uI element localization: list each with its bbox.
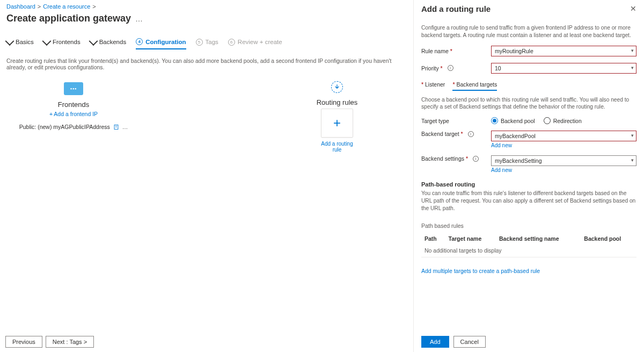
tab-basics[interactable]: Basics xyxy=(6,39,34,48)
backend-settings-label: Backend settings xyxy=(421,155,468,162)
th-target-name: Target name xyxy=(445,233,496,244)
frontend-row-overflow-icon[interactable]: … xyxy=(122,124,128,130)
breadcrumb-create-resource[interactable]: Create a resource xyxy=(43,3,90,10)
backend-settings-select[interactable]: myBackendSetting ▾ xyxy=(491,155,636,166)
page-description: Create routing rules that link your fron… xyxy=(6,58,407,70)
table-row: No additional targets to display xyxy=(421,244,636,257)
step-number-icon: 4 xyxy=(136,38,143,45)
routing-rules-heading: Routing rules xyxy=(317,98,358,106)
path-routing-heading: Path-based routing xyxy=(421,181,636,188)
radio-redirection[interactable]: Redirection xyxy=(544,117,582,124)
add-new-backend-target-link[interactable]: Add new xyxy=(491,142,512,148)
add-routing-rule-link[interactable]: Add a routing rule xyxy=(321,141,353,153)
tab-tags[interactable]: 5 Tags xyxy=(196,39,218,49)
breadcrumb-dashboard[interactable]: Dashboard xyxy=(6,3,35,10)
tab-label: Tags xyxy=(206,39,218,45)
chevron-down-icon: ▾ xyxy=(631,133,634,138)
page-title: Create application gateway xyxy=(6,13,131,24)
priority-label: Priority xyxy=(421,65,443,71)
tab-label: Basics xyxy=(16,39,34,45)
radio-dot-icon xyxy=(491,117,498,124)
plus-icon: + xyxy=(333,117,341,130)
backend-settings-value: myBackendSetting xyxy=(495,157,542,164)
edit-frontend-icon[interactable] xyxy=(113,124,119,130)
rule-name-label: Rule name xyxy=(421,48,452,54)
radio-label: Redirection xyxy=(553,118,582,124)
routing-rules-icon xyxy=(331,81,343,93)
panel-intro-text: Configure a routing rule to send traffic… xyxy=(421,24,636,39)
next-button[interactable]: Next : Tags > xyxy=(46,336,94,348)
tab-configuration[interactable]: 4 Configuration xyxy=(136,38,186,49)
tab-label: Configuration xyxy=(145,39,186,45)
path-rules-caption: Path based rules xyxy=(421,222,636,233)
overflow-menu-icon[interactable]: … xyxy=(135,15,143,23)
frontends-column: ▪▪▪ Frontends + Add a frontend IP Public… xyxy=(6,80,141,153)
backend-target-label: Backend target xyxy=(421,131,463,137)
step-number-icon: 6 xyxy=(228,39,235,46)
priority-value: 10 xyxy=(495,65,501,71)
wizard-tabs: Basics Frontends Backends 4 Configuratio… xyxy=(6,38,407,49)
breadcrumb-sep: > xyxy=(38,3,41,10)
rule-name-input[interactable]: myRoutingRule ▾ xyxy=(491,46,636,56)
th-setting-name: Backend setting name xyxy=(496,233,581,244)
step-number-icon: 5 xyxy=(196,39,203,46)
tab-label: Review + create xyxy=(238,39,282,45)
tab-review[interactable]: 6 Review + create xyxy=(228,39,282,49)
table-empty-message: No additional targets to display xyxy=(421,244,636,257)
add-button[interactable]: Add xyxy=(421,336,449,348)
add-routing-rule-card[interactable]: + xyxy=(321,109,353,138)
add-new-backend-settings-link[interactable]: Add new xyxy=(491,167,512,173)
path-routing-description: You can route traffic from this rule's l… xyxy=(421,190,636,212)
routing-rules-column: Routing rules + Add a routing rule xyxy=(294,80,380,153)
close-icon[interactable]: ✕ xyxy=(630,4,636,13)
radio-label: Backend pool xyxy=(501,118,535,124)
backend-target-value: myBackendPool xyxy=(495,133,536,139)
cancel-button[interactable]: Cancel xyxy=(453,336,486,348)
subtab-backend-targets[interactable]: Backend targets xyxy=(452,81,497,91)
frontends-heading: Frontends xyxy=(58,100,90,109)
rule-name-value: myRoutingRule xyxy=(495,48,533,54)
path-rules-table: Path based rules Path Target name Backen… xyxy=(421,222,636,257)
chevron-down-icon: ▾ xyxy=(631,157,634,163)
tab-frontends[interactable]: Frontends xyxy=(43,39,80,48)
breadcrumb: Dashboard > Create a resource > xyxy=(6,3,407,10)
subtab-listener[interactable]: Listener xyxy=(421,81,445,91)
chevron-down-icon: ▾ xyxy=(631,65,634,70)
panel-title: Add a routing rule xyxy=(421,4,491,13)
info-icon[interactable]: i xyxy=(473,156,479,162)
backend-targets-description: Choose a backend pool to which this rout… xyxy=(421,96,636,111)
tab-backends[interactable]: Backends xyxy=(90,39,127,48)
th-backend-pool: Backend pool xyxy=(581,233,636,244)
frontend-row-label: Public: (new) myAGPublicIPAddress xyxy=(19,124,110,130)
radio-backend-pool[interactable]: Backend pool xyxy=(491,117,535,124)
priority-input[interactable]: 10 ▾ xyxy=(491,63,636,74)
backend-target-select[interactable]: myBackendPool ▾ xyxy=(491,131,636,141)
info-icon[interactable]: i xyxy=(448,65,453,71)
breadcrumb-sep: > xyxy=(92,3,96,10)
target-type-label: Target type xyxy=(421,118,449,124)
add-routing-rule-panel: Add a routing rule ✕ Configure a routing… xyxy=(413,0,644,352)
add-multiple-targets-link[interactable]: Add multiple targets to create a path-ba… xyxy=(421,268,540,274)
frontend-tile-icon: ▪▪▪ xyxy=(64,82,83,95)
info-icon[interactable]: i xyxy=(468,131,474,137)
tab-label: Backends xyxy=(99,39,127,45)
th-path: Path xyxy=(421,233,445,244)
tab-label: Frontends xyxy=(53,39,80,45)
chevron-down-icon: ▾ xyxy=(631,48,634,53)
previous-button[interactable]: Previous xyxy=(5,336,42,348)
add-frontend-link[interactable]: + Add a frontend IP xyxy=(49,111,98,117)
radio-dot-icon xyxy=(544,117,551,124)
